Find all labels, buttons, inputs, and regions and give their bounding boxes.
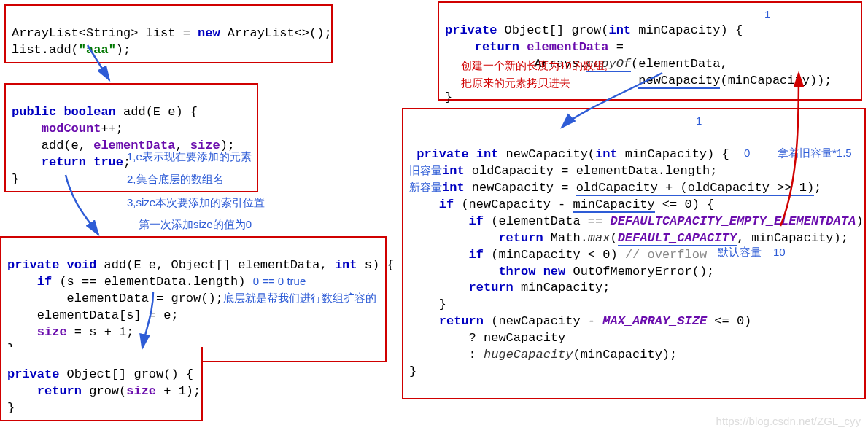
code-text: ;: [814, 181, 821, 195]
code-text: }: [445, 90, 452, 104]
code-text: }: [409, 364, 416, 378]
code-text: Math.: [543, 231, 588, 245]
annotation: 创建一个新的长度为10的数组,: [461, 58, 608, 73]
code-text: add(e,: [12, 139, 93, 152]
keyword: return: [409, 281, 514, 294]
code-text: minCapacity;: [514, 281, 611, 294]
code-box-grow0: private Object[] grow() { return grow(si…: [0, 347, 203, 421]
annotation: 3,size本次要添加的索引位置: [127, 195, 265, 210]
keyword: return: [7, 384, 82, 398]
code-text: ArrayList<>();: [220, 26, 332, 40]
code-text: ++;: [101, 122, 123, 136]
code-text: add(E e) {: [116, 105, 198, 119]
string-literal: "aaa": [79, 43, 116, 57]
method: newCapacity: [638, 74, 720, 89]
keyword: throw new: [409, 265, 565, 278]
annotation: 1: [696, 114, 702, 128]
code-text: , minCapacity);: [737, 231, 848, 245]
annotation: 把原来的元素拷贝进去: [461, 76, 570, 90]
field: elementData: [527, 40, 608, 54]
code-text: OutOfMemoryError();: [565, 265, 714, 278]
comment: // overflow: [625, 248, 707, 262]
constant: MAX_ARRAY_SIZE: [602, 314, 707, 328]
code-text: <= 0): [707, 314, 751, 328]
code-text: (minCapacity));: [720, 74, 832, 87]
code-text: );: [116, 43, 131, 57]
code-text: newCapacity(: [498, 147, 595, 161]
code-text: minCapacity) {: [618, 147, 729, 161]
annotation: 底层就是帮我们进行数组扩容的: [223, 292, 376, 304]
field: modCount: [12, 122, 101, 136]
keyword: private: [445, 23, 497, 37]
keyword: if: [7, 275, 52, 289]
annotation: 2,集合底层的数组名: [127, 172, 224, 187]
keyword-new: new: [198, 26, 220, 40]
annotation: 0 == 0 true: [253, 275, 306, 287]
keyword: return: [12, 155, 93, 169]
annotation: 1: [764, 7, 770, 22]
constant: DEFAULTCAPACITY_EMPTY_ELEMENTDATA: [610, 214, 856, 228]
keyword: if: [409, 214, 484, 228]
annotation: 0: [744, 146, 750, 160]
keyword: return: [409, 231, 543, 245]
code-text: (: [610, 231, 617, 245]
code-text: Object[] grow(: [497, 23, 608, 37]
code-text: Object[] grow() {: [59, 367, 193, 381]
code-text: ): [856, 214, 863, 228]
literal: true: [93, 155, 123, 169]
code-text: minCapacity) {: [631, 23, 743, 37]
code-text: ArrayList<String> list =: [12, 26, 198, 40]
code-text: elementData = grow();: [7, 292, 223, 305]
code-text: newCapacity =: [465, 181, 576, 195]
keyword: return: [445, 40, 527, 54]
keyword: if: [409, 248, 484, 262]
code-text: }: [409, 297, 446, 311]
annotation: 1,e表示现在要添加的元素: [127, 149, 252, 164]
annotation: 旧容量: [409, 164, 442, 176]
expr: oldCapacity + (oldCapacity >> 1): [576, 181, 814, 196]
code-text: add(E e, Object[] elementData,: [96, 258, 334, 272]
code-text: = s + 1;: [67, 325, 134, 339]
keyword: int: [442, 164, 465, 178]
code-text: :: [409, 348, 484, 362]
code-text: elementData[s] = e;: [7, 308, 179, 322]
code-box-caller: ArrayList<String> list = new ArrayList<>…: [4, 4, 333, 63]
annotation: 新容量: [409, 181, 442, 193]
code-text: (elementData ==: [484, 214, 610, 228]
annotation: 拿着旧容量*1.5: [778, 146, 852, 160]
code-text: (newCapacity -: [454, 198, 573, 211]
keyword: if: [409, 198, 454, 211]
code-text: list.add(: [12, 43, 79, 57]
code-text: grow(: [82, 384, 126, 398]
code-text: (elementData,: [631, 57, 728, 71]
code-text: (newCapacity -: [484, 314, 602, 328]
code-text: oldCapacity = elementData.length;: [465, 164, 718, 178]
annotation: 10: [773, 245, 786, 260]
keyword: private: [7, 367, 59, 381]
code-text: (minCapacity < 0): [484, 248, 625, 262]
code-text: s) {: [357, 258, 394, 272]
method: hugeCapacity: [484, 348, 573, 362]
keyword: int: [608, 23, 631, 37]
keyword: int: [595, 147, 618, 161]
code-text: <= 0) {: [655, 198, 715, 211]
keyword: return: [409, 314, 484, 328]
annotation: 第一次添加size的值为0: [139, 217, 252, 232]
watermark: https://blog.csdn.net/ZGL_cyy: [716, 414, 861, 429]
keyword: public boolean: [12, 105, 116, 119]
keyword: private int: [416, 147, 498, 161]
keyword: int: [335, 258, 357, 272]
code-text: + 1);: [156, 384, 201, 398]
field: size: [7, 325, 67, 339]
code-text: =: [608, 40, 623, 54]
method: max: [588, 231, 611, 245]
keyword: private void: [7, 258, 96, 272]
ident: minCapacity: [573, 198, 654, 213]
field: size: [126, 384, 156, 398]
code-text: (minCapacity);: [573, 348, 677, 362]
code-text: }: [7, 401, 15, 415]
code-text: (s == elementData.length): [52, 275, 245, 289]
code-box-add-eos: private void add(E e, Object[] elementDa…: [0, 236, 387, 362]
code-text: }: [12, 172, 19, 186]
keyword: int: [442, 181, 465, 195]
